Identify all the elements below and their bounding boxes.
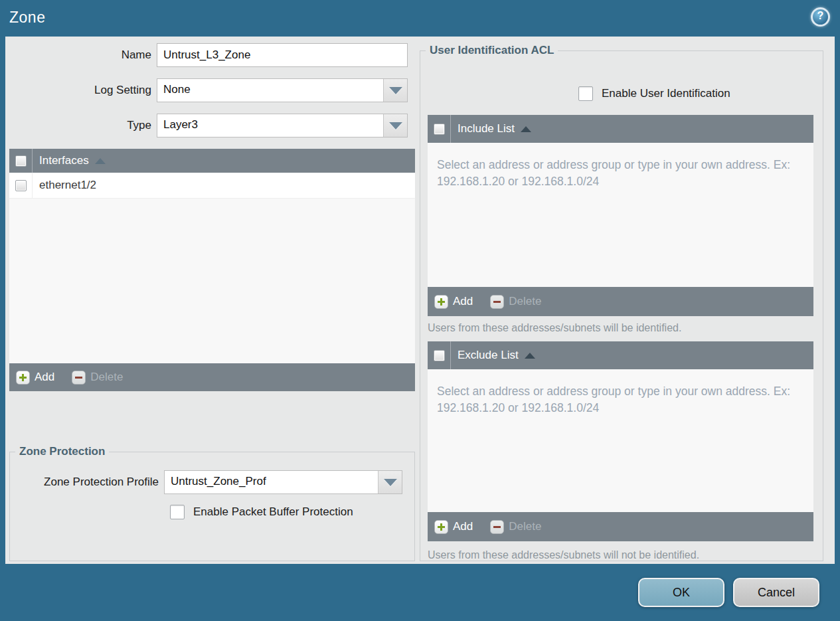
include-list-table: Include List Select an address or addres… [428,115,813,316]
log-setting-dropdown-button[interactable] [383,79,407,102]
include-list-header: Include List [428,115,813,143]
add-button[interactable]: Add [434,520,473,534]
exclude-list-footer: Add Delete [428,512,813,541]
enable-user-identification-checkbox[interactable] [578,86,593,101]
packet-buffer-checkbox[interactable] [170,505,185,519]
include-list-body: Select an address or address group or ty… [428,143,813,287]
zone-dialog: Zone Name Log Setting None Type Layer3 [0,0,840,621]
page-title: Zone [9,9,45,27]
include-list-placeholder: Select an address or address group or ty… [428,143,809,190]
plus-icon [434,520,448,534]
user-identification-legend: User Identification ACL [426,44,558,57]
zone-protection-group: Zone Protection Zone Protection Profile … [9,445,415,561]
sort-ascending-icon[interactable] [525,353,535,359]
enable-user-identification-row: Enable User Identification [578,86,730,101]
chevron-down-icon [389,87,402,94]
type-label: Type [5,119,157,132]
interfaces-table-header: Interfaces [9,149,415,173]
type-select[interactable]: Layer3 [157,114,408,137]
type-dropdown-button[interactable] [383,114,407,137]
plus-icon [434,295,448,309]
name-label: Name [5,48,157,62]
type-row: Type Layer3 [5,114,408,137]
interfaces-table-body: ethernet1/2 [9,173,415,363]
delete-button[interactable]: Delete [490,520,541,534]
log-setting-value: None [163,83,191,96]
exclude-list-header: Exclude List [428,341,813,369]
exclude-list-body: Select an address or address group or ty… [428,369,813,512]
zone-protection-profile-row: Zone Protection Profile Untrust_Zone_Pro… [10,470,414,494]
log-setting-select[interactable]: None [157,78,408,102]
zone-protection-profile-dropdown-button[interactable] [378,471,402,493]
exclude-list-table: Exclude List Select an address or addres… [428,341,813,541]
packet-buffer-label: Enable Packet Buffer Protection [193,505,353,519]
exclude-list-placeholder: Select an address or address group or ty… [428,369,809,416]
dialog-footer: OK Cancel [0,564,840,621]
chevron-down-icon [389,122,402,130]
cancel-button[interactable]: Cancel [733,578,819,607]
delete-button[interactable]: Delete [72,371,123,385]
include-list-caption: Users from these addresses/subnets will … [428,322,681,334]
dialog-titlebar: Zone [0,0,840,37]
minus-icon [72,371,86,385]
interface-name: ethernet1/2 [39,179,96,192]
exclude-list-caption: Users from these addresses/subnets will … [428,549,699,561]
enable-user-identification-label: Enable User Identification [602,87,730,100]
packet-buffer-row: Enable Packet Buffer Protection [170,505,414,519]
help-icon[interactable] [811,7,830,27]
user-identification-group: User Identification ACL Enable User Iden… [420,44,823,561]
include-list-column-header[interactable]: Include List [458,122,515,135]
add-button[interactable]: Add [434,295,473,309]
zone-protection-legend: Zone Protection [15,445,109,458]
add-button[interactable]: Add [16,371,54,385]
table-row[interactable]: ethernet1/2 [9,173,415,199]
zone-protection-profile-value: Untrust_Zone_Prof [171,475,266,488]
dialog-body: Name Log Setting None Type Layer3 [5,37,835,564]
sort-ascending-icon[interactable] [95,158,106,164]
type-value: Layer3 [163,118,198,132]
exclude-select-all-checkbox[interactable] [434,350,445,361]
log-setting-row: Log Setting None [5,78,408,102]
ok-button[interactable]: OK [638,578,724,607]
interfaces-column-header[interactable]: Interfaces [39,154,89,167]
interfaces-table-footer: Add Delete [9,363,415,391]
name-input[interactable] [157,43,408,67]
chevron-down-icon [384,479,397,486]
row-checkbox[interactable] [15,180,27,191]
include-list-footer: Add Delete [428,287,813,316]
zone-protection-profile-label: Zone Protection Profile [10,476,164,489]
sort-ascending-icon[interactable] [521,126,531,132]
log-setting-label: Log Setting [5,84,157,97]
plus-icon [16,371,30,385]
delete-button[interactable]: Delete [490,295,541,309]
zone-protection-profile-select[interactable]: Untrust_Zone_Prof [164,470,402,494]
interfaces-table: Interfaces ethernet1/2 Add Dele [9,149,415,391]
minus-icon [490,295,504,309]
minus-icon [490,520,504,534]
interfaces-select-all-checkbox[interactable] [15,155,27,167]
include-select-all-checkbox[interactable] [434,124,445,135]
name-row: Name [5,43,408,67]
exclude-list-column-header[interactable]: Exclude List [458,349,519,362]
